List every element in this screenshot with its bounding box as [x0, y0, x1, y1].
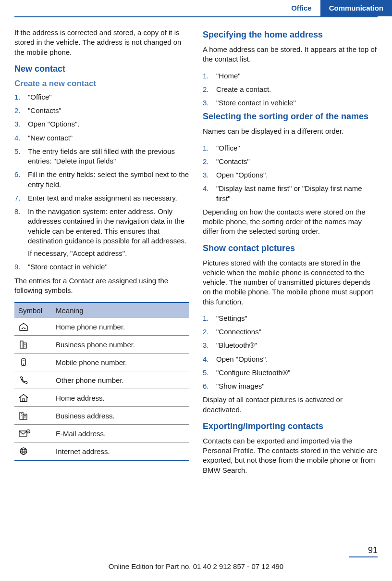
heading-home-address: Specifying the home address — [203, 30, 378, 40]
list-item: "Connections" — [203, 327, 378, 337]
internet-icon — [18, 447, 48, 455]
export-text: Contacts can be exported and imported vi… — [203, 436, 378, 475]
footer: 91 Online Edition for Part no. 01 40 2 9… — [14, 543, 378, 570]
list-item: "New contact" — [14, 133, 189, 143]
right-column: Specifying the home address A home addre… — [203, 28, 378, 482]
footer-rule — [349, 556, 378, 557]
home-intro: A home address can be stored. It appears… — [203, 45, 378, 64]
heading-sort-order: Selecting the sorting order of the names — [203, 112, 378, 122]
heading-show-pictures: Show contact pictures — [203, 243, 378, 253]
table-row: Internet address. — [14, 442, 189, 461]
email-icon: @ — [18, 429, 48, 438]
cell-meaning: Business phone number. — [52, 336, 189, 354]
edition-line: Online Edition for Part no. 01 40 2 912 … — [14, 560, 378, 570]
cell-meaning: Internet address. — [52, 442, 189, 461]
steps-pictures: "Settings" "Connections" "Bluetooth®" Op… — [203, 314, 378, 392]
tab-office: Office — [282, 0, 320, 16]
list-item: "Contacts" — [14, 106, 189, 115]
cell-meaning: E-Mail address. — [52, 425, 189, 442]
list-item: "Office" — [14, 92, 189, 102]
home-phone-icon — [18, 322, 48, 331]
list-item: "Show images" — [203, 381, 378, 391]
list-item: "Store contact in vehicle" — [14, 262, 189, 272]
th-meaning: Meaning — [52, 303, 189, 318]
svg-rect-8 — [23, 399, 24, 402]
home-address-icon — [18, 393, 48, 402]
svg-point-7 — [23, 364, 24, 365]
svg-text:@: @ — [27, 430, 30, 433]
heading-export-import: Exporting/importing contacts — [203, 421, 378, 431]
header-tabs: Office Communication — [14, 0, 392, 16]
heading-create-new-contact: Create a new contact — [14, 79, 189, 88]
header-rule — [14, 16, 378, 17]
sort-note: Depending on how the contacts were store… — [203, 207, 378, 237]
sort-intro: Names can be displayed in a different or… — [203, 126, 378, 136]
cell-meaning: Home address. — [52, 389, 189, 407]
after-create-paragraph: The entries for a Contact are assigned u… — [14, 276, 189, 296]
list-item: "Display last name first" or "Display fi… — [203, 184, 378, 203]
cell-meaning: Other phone number. — [52, 371, 189, 389]
list-item: Open "Options". — [14, 119, 189, 129]
list-item: The entry fields are still filled with t… — [14, 147, 189, 166]
steps-create-contact: "Office" "Contacts" Open "Options". "New… — [14, 92, 189, 272]
pictures-intro: Pictures stored with the contacts are st… — [203, 258, 378, 307]
list-item-sub: If necessary, "Accept address". — [28, 249, 189, 258]
list-item: Open "Options". — [203, 354, 378, 364]
steps-home: "Home" Create a contact. "Store contact … — [203, 71, 378, 108]
cell-meaning: Home phone number. — [52, 318, 189, 336]
list-item: "Home" — [203, 71, 378, 81]
table-row: Business address. — [14, 407, 189, 425]
svg-rect-3 — [23, 343, 26, 348]
table-row: Home address. — [14, 389, 189, 407]
table-row: @ E-Mail address. — [14, 425, 189, 442]
table-row: Mobile phone number. — [14, 354, 189, 371]
business-phone-icon — [18, 340, 48, 349]
svg-point-4 — [24, 346, 25, 347]
left-column: If the address is corrected and stored, … — [14, 28, 189, 482]
intro-paragraph: If the address is corrected and stored, … — [14, 28, 189, 57]
list-item: "Configure Bluetooth®" — [203, 368, 378, 378]
business-address-icon — [18, 411, 48, 420]
cell-meaning: Business address. — [52, 407, 189, 425]
list-item: "Contacts" — [203, 157, 378, 166]
svg-rect-2 — [20, 341, 23, 348]
list-item: "Bluetooth®" — [203, 341, 378, 350]
pictures-note: Display of all contact pictures is activ… — [203, 395, 378, 415]
heading-new-contact: New contact — [14, 64, 189, 74]
table-row: Home phone number. — [14, 318, 189, 336]
other-phone-icon — [18, 376, 48, 384]
page-number: 91 — [14, 543, 378, 556]
list-item: Fill in the entry fields: select the sym… — [14, 170, 189, 189]
table-row: Business phone number. — [14, 336, 189, 354]
list-item: "Office" — [203, 143, 378, 153]
list-item: "Settings" — [203, 314, 378, 323]
list-item: "Store contact in vehicle" — [203, 98, 378, 108]
table-row: Other phone number. — [14, 371, 189, 389]
mobile-phone-icon — [18, 358, 48, 366]
list-item: In the navigation system: enter address.… — [14, 207, 189, 258]
th-symbol: Symbol — [14, 303, 52, 318]
symbol-table: Symbol Meaning Home phone number. — [14, 302, 189, 461]
list-item: Create a contact. — [203, 85, 378, 94]
list-item: Open "Options". — [203, 170, 378, 180]
cell-meaning: Mobile phone number. — [52, 354, 189, 371]
list-item: Enter text and make assignment as necess… — [14, 193, 189, 203]
tab-communication: Communication — [320, 0, 392, 16]
svg-rect-9 — [20, 412, 23, 419]
list-item-text: In the navigation system: enter address.… — [28, 207, 186, 245]
steps-sort: "Office" "Contacts" Open "Options". "Dis… — [203, 143, 378, 203]
